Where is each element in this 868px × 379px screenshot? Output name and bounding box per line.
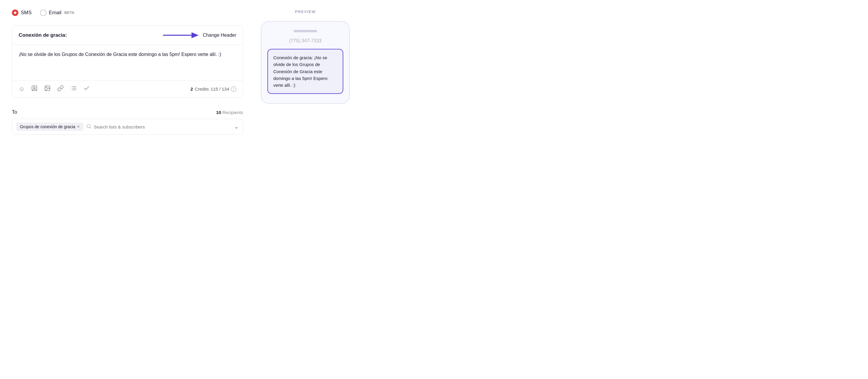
preview-label: PREVIEW [295,9,316,14]
tag-chip-label: Grupos de conexión de gracia [20,124,75,129]
toolbar-icons-group: ☺ [19,85,90,93]
phone-mockup: (775) 347-7333 Conexión de gracia: ¡No s… [261,21,350,104]
to-section: To 10 Recipients Grupos de conexión de g… [12,109,243,135]
svg-point-3 [34,87,36,89]
preview-message-bubble: Conexión de gracia: ¡No se olvide de los… [268,49,343,94]
phone-notch [293,30,317,32]
to-label: To [12,109,17,115]
recipients-count: 10 Recipients [216,110,243,115]
sms-radio-circle[interactable] [12,9,19,16]
arrow-change-header-group: Change Header [163,31,236,39]
email-radio-circle[interactable] [40,9,46,16]
type-selector: SMS Email BETA [12,9,243,16]
credits-info: 2 Credits 115 / 134 i [191,87,236,92]
to-header: To 10 Recipients [12,109,243,115]
list-icon[interactable] [70,85,77,93]
tag-chip-close-button[interactable]: × [77,124,80,129]
arrow-icon [163,31,198,39]
composer-toolbar: ☺ [12,80,243,97]
svg-marker-1 [191,32,198,38]
tag-chip-grupos: Grupos de conexión de gracia × [16,123,83,131]
dropdown-chevron-icon[interactable]: ⌄ [234,124,239,130]
info-icon[interactable]: i [231,87,236,92]
email-label: Email [49,10,62,16]
beta-badge: BETA [64,11,74,15]
link-icon[interactable] [57,85,64,93]
phone-number: (775) 347-7333 [289,38,321,43]
search-wrapper [86,124,231,130]
recipient-input-box[interactable]: Grupos de conexión de gracia × ⌄ [12,119,243,135]
svg-line-13 [90,127,91,128]
emoji-icon[interactable]: ☺ [19,85,25,92]
credits-count: 2 [191,87,193,92]
message-composer: Conexión de gracia: Change Header ¡No se… [12,26,243,97]
header-text: Conexión de gracia: [19,32,67,38]
search-icon [86,124,91,130]
preview-panel: PREVIEW (775) 347-7333 Conexión de graci… [255,9,356,370]
sms-radio-option[interactable]: SMS [12,9,32,16]
svg-point-5 [46,87,47,88]
message-body-area[interactable]: ¡No se olvide de los Grupos de Conexión … [12,45,243,80]
sms-label: SMS [21,10,32,16]
change-header-button[interactable]: Change Header [203,33,236,38]
search-input[interactable] [94,124,231,129]
checkbox-icon[interactable] [83,85,90,93]
image-icon[interactable] [44,85,51,93]
recipients-number: 10 [216,110,221,115]
credits-label: Credits [195,87,209,92]
char-count: 115 / 134 [211,87,229,92]
message-body-text: ¡No se olvide de los Grupos de Conexión … [19,52,221,57]
header-bar: Conexión de gracia: Change Header [12,26,243,45]
email-radio-option[interactable]: Email BETA [40,9,74,16]
contact-icon[interactable] [31,85,38,93]
recipients-label: Recipients [222,110,243,115]
